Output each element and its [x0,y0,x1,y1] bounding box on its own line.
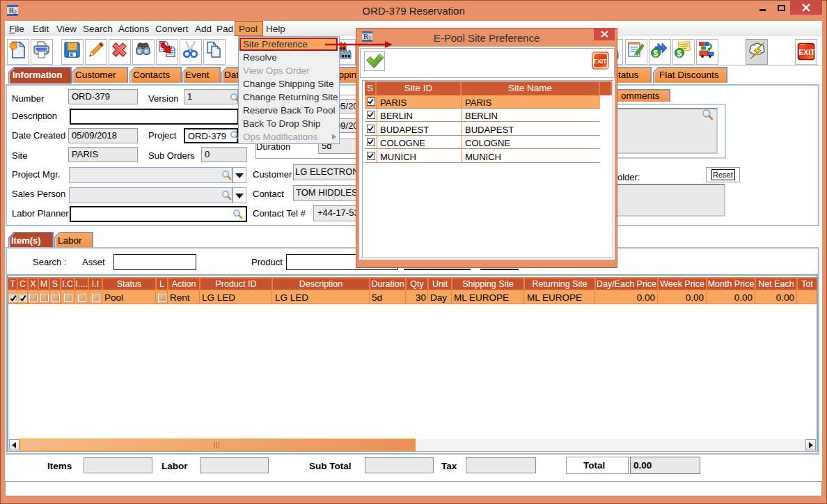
svg-text:EXIT: EXIT [798,48,815,56]
svg-text:EXIT: EXIT [594,58,608,65]
svg-text:$: $ [677,49,682,58]
svg-text:$: $ [654,49,659,58]
